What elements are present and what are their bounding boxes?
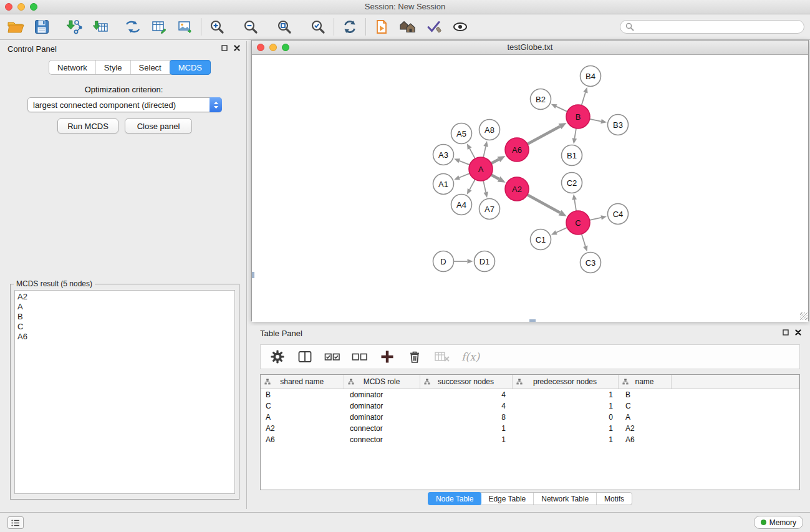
tab-motifs[interactable]: Motifs	[597, 493, 632, 505]
save-session-button[interactable]	[32, 17, 51, 36]
network-window-titlebar[interactable]: testGlobe.txt	[252, 41, 808, 55]
graph-node-C2[interactable]: C2	[562, 173, 582, 193]
network-graph[interactable]: B4B2BB3A5A8A6B1A3AC2A1A2A4A7C4CC1C3DD1	[252, 55, 808, 322]
graph-node-A2[interactable]: A2	[505, 177, 529, 201]
tab-select[interactable]: Select	[131, 60, 170, 74]
graph-edge-A-A4[interactable]	[470, 179, 475, 190]
optimization-criterion-select[interactable]: largest connected component (directed)	[27, 97, 222, 112]
import-table-button[interactable]	[91, 17, 110, 36]
table-settings-button[interactable]	[268, 347, 287, 366]
graph-edge-A-A6[interactable]	[491, 160, 499, 164]
tab-edge-table[interactable]: Edge Table	[481, 493, 534, 505]
select-all-columns-button[interactable]	[323, 347, 342, 366]
graph-edge-C-C2[interactable]	[574, 200, 576, 211]
graph-edge-A-A8[interactable]	[483, 147, 486, 158]
new-table-button[interactable]	[150, 17, 168, 36]
result-item[interactable]: A6	[17, 332, 232, 342]
graph-edge-C-C1[interactable]	[556, 227, 568, 232]
open-session-button[interactable]	[6, 17, 25, 36]
graph-node-C[interactable]: C	[566, 211, 590, 235]
tab-network-table[interactable]: Network Table	[534, 493, 597, 505]
graph-node-B4[interactable]: B4	[581, 66, 601, 87]
graph-edge-A-A1[interactable]	[460, 173, 471, 178]
graph-edge-A-A7[interactable]	[483, 180, 486, 193]
task-history-button[interactable]	[7, 516, 24, 529]
graph-node-A5[interactable]: A5	[451, 123, 472, 144]
memory-button[interactable]: Memory	[754, 516, 803, 529]
column-header-successor-nodes[interactable]: successor nodes	[420, 375, 512, 389]
graph-node-D[interactable]: D	[433, 251, 454, 272]
graph-node-A1[interactable]: A1	[433, 174, 454, 195]
toolbar-search[interactable]	[620, 20, 804, 34]
import-network-button[interactable]	[65, 17, 84, 36]
graph-node-B1[interactable]: B1	[562, 145, 582, 166]
new-network-button[interactable]	[123, 17, 142, 36]
graph-edge-A-A2[interactable]	[491, 175, 499, 179]
table-row[interactable]: Bdominator41B	[261, 389, 799, 401]
graph-edge-B-B2[interactable]	[556, 107, 568, 112]
close-panel-icon[interactable]	[795, 329, 801, 336]
mcds-result-list[interactable]: A2ABCA6	[14, 290, 235, 494]
graph-edge-A-A5[interactable]	[470, 148, 475, 159]
close-panel-icon[interactable]	[234, 45, 240, 51]
zoom-fit-button[interactable]	[275, 17, 294, 36]
zoom-in-button[interactable]	[208, 17, 226, 36]
annotation-document-button[interactable]	[372, 17, 391, 36]
graph-node-A8[interactable]: A8	[480, 120, 500, 140]
tab-node-table[interactable]: Node Table	[428, 492, 482, 505]
column-header-predecessor-nodes[interactable]: predecessor nodes	[512, 375, 618, 389]
tab-network[interactable]: Network	[49, 60, 96, 74]
node-table[interactable]: shared name MCDS role successor nodes	[260, 374, 800, 490]
float-panel-icon[interactable]	[783, 329, 789, 336]
add-column-button[interactable]	[378, 347, 397, 366]
apply-style-button[interactable]	[425, 17, 443, 36]
tab-style[interactable]: Style	[96, 60, 131, 74]
graph-edge-B-B3[interactable]	[589, 119, 601, 122]
deselect-all-columns-button[interactable]	[350, 347, 369, 366]
graph-node-C4[interactable]: C4	[608, 204, 629, 225]
graph-node-A7[interactable]: A7	[480, 199, 500, 220]
graph-edge-C-C4[interactable]	[589, 218, 602, 220]
float-panel-icon[interactable]	[221, 45, 228, 51]
zoom-selected-button[interactable]	[309, 17, 327, 36]
network-overview-button[interactable]	[398, 17, 417, 36]
search-input[interactable]	[637, 22, 799, 32]
graph-edge-B-B4[interactable]	[581, 92, 586, 106]
column-header-mcds-role[interactable]: MCDS role	[344, 375, 420, 389]
graph-node-B2[interactable]: B2	[531, 89, 551, 110]
refresh-layout-button[interactable]	[340, 17, 359, 36]
graph-edge-A2-C[interactable]	[527, 195, 560, 213]
graph-node-B3[interactable]: B3	[608, 115, 629, 135]
run-mcds-button[interactable]: Run MCDS	[57, 118, 118, 133]
network-canvas[interactable]: B4B2BB3A5A8A6B1A3AC2A1A2A4A7C4CC1C3DD1	[252, 55, 808, 322]
table-row[interactable]: Cdominator41C	[261, 400, 799, 412]
column-header-name[interactable]: name	[618, 375, 671, 389]
graph-node-C3[interactable]: C3	[581, 253, 601, 273]
delete-column-button[interactable]	[405, 347, 424, 366]
delete-table-button[interactable]	[433, 347, 451, 366]
graph-node-B[interactable]: B	[566, 105, 590, 128]
result-item[interactable]: B	[17, 312, 232, 322]
function-builder-button[interactable]: f(x)	[461, 351, 480, 363]
resize-handle[interactable]	[800, 312, 808, 320]
show-hide-button[interactable]	[451, 17, 470, 36]
graph-edge-A6-B[interactable]	[527, 127, 560, 145]
graph-node-A4[interactable]: A4	[451, 195, 472, 215]
graph-node-A6[interactable]: A6	[505, 138, 529, 162]
table-row[interactable]: Adominator80A	[261, 412, 799, 423]
show-columns-button[interactable]	[296, 347, 314, 366]
table-row[interactable]: A2connector11A2	[261, 423, 799, 434]
graph-node-D1[interactable]: D1	[475, 251, 495, 272]
close-panel-button[interactable]: Close panel	[125, 118, 192, 133]
result-item[interactable]: C	[17, 322, 232, 332]
export-image-button[interactable]	[176, 17, 195, 36]
graph-node-C1[interactable]: C1	[531, 230, 551, 250]
zoom-out-button[interactable]	[241, 17, 260, 36]
graph-edge-A-A3[interactable]	[460, 161, 471, 165]
table-row[interactable]: A6connector11A6	[261, 434, 799, 445]
tab-mcds[interactable]: MCDS	[170, 60, 211, 75]
graph-edge-C-C3[interactable]	[581, 233, 585, 246]
result-item[interactable]: A	[17, 302, 232, 312]
graph-edge-B-B1[interactable]	[574, 128, 576, 138]
column-header-shared-name[interactable]: shared name	[261, 375, 344, 389]
